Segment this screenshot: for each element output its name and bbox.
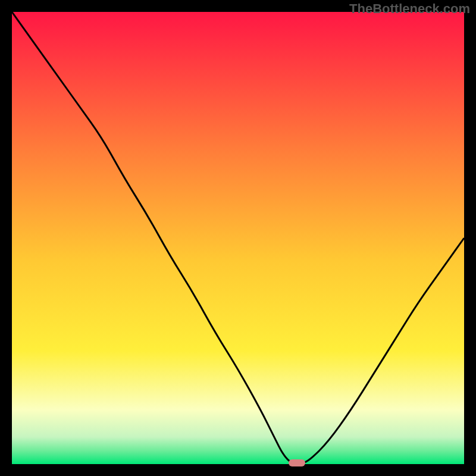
optimal-marker <box>289 459 305 466</box>
gradient-background <box>12 12 464 464</box>
chart-container: TheBottleneck.com <box>0 0 476 476</box>
plot-area <box>12 12 464 464</box>
watermark-text: TheBottleneck.com <box>349 1 470 17</box>
bottleneck-chart <box>12 12 464 464</box>
